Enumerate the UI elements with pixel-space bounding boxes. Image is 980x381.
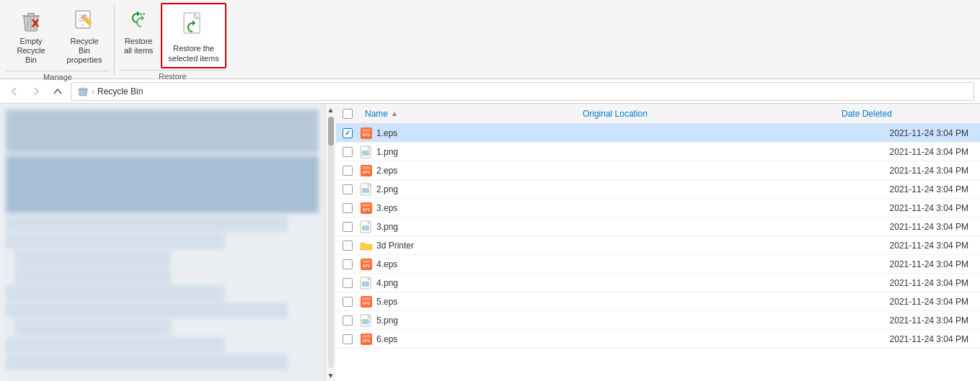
row-checkbox[interactable] bbox=[336, 222, 359, 232]
file-name: 3d Printer bbox=[376, 241, 586, 251]
svg-rect-34 bbox=[362, 260, 371, 263]
svg-rect-22 bbox=[362, 166, 371, 169]
file-icon bbox=[359, 220, 374, 234]
file-list-header: Name ▲ Original Location Date Deleted bbox=[336, 104, 980, 124]
file-date-deleted: 2021-11-24 3:04 PM bbox=[836, 184, 980, 194]
restore-selected-items-button[interactable]: Restore the selected items bbox=[161, 3, 226, 68]
checkbox[interactable] bbox=[343, 241, 353, 251]
header-date-deleted[interactable]: Date Deleted bbox=[836, 106, 980, 122]
empty-recycle-bin-button[interactable]: Empty Recycle Bin bbox=[6, 3, 56, 69]
table-row[interactable]: 2.png2021-11-24 3:04 PM bbox=[336, 180, 980, 199]
file-icon: EPS bbox=[359, 332, 374, 346]
row-checkbox[interactable] bbox=[336, 184, 359, 194]
checkbox[interactable] bbox=[343, 147, 353, 157]
header-original-location[interactable]: Original Location bbox=[577, 106, 836, 122]
table-row[interactable]: 3d Printer2021-11-24 3:04 PM bbox=[336, 236, 980, 255]
svg-rect-40 bbox=[362, 297, 371, 300]
scrollbar-up[interactable]: ▲ bbox=[325, 104, 337, 115]
restore-selected-items-label: Restore the selected items bbox=[168, 43, 218, 64]
scrollbar-down[interactable]: ▼ bbox=[325, 369, 337, 381]
row-checkbox[interactable] bbox=[336, 259, 359, 269]
file-icon bbox=[359, 276, 374, 290]
file-date-deleted: 2021-11-24 3:04 PM bbox=[836, 241, 980, 251]
row-checkbox[interactable] bbox=[336, 147, 359, 157]
file-icon bbox=[359, 313, 374, 328]
table-row[interactable]: EPS 3.eps2021-11-24 3:04 PM bbox=[336, 199, 980, 218]
checkbox[interactable] bbox=[343, 203, 353, 213]
file-name: 1.png bbox=[376, 147, 586, 157]
checkbox[interactable] bbox=[343, 278, 353, 288]
row-checkbox[interactable] bbox=[336, 315, 359, 326]
restore-selected-items-icon bbox=[177, 7, 211, 42]
row-checkbox[interactable] bbox=[336, 128, 359, 138]
checkbox[interactable] bbox=[343, 259, 353, 269]
file-icon bbox=[359, 182, 374, 197]
file-date-deleted: 2021-11-24 3:04 PM bbox=[836, 315, 980, 326]
file-date-deleted: 2021-11-24 3:04 PM bbox=[836, 222, 980, 232]
file-name: 3.eps bbox=[376, 203, 586, 213]
scrollbar[interactable]: ▲ ▼ bbox=[325, 104, 336, 381]
address-path[interactable]: › Recycle Bin bbox=[71, 82, 974, 101]
table-row[interactable]: EPS 2.eps2021-11-24 3:04 PM bbox=[336, 161, 980, 180]
checkbox[interactable] bbox=[343, 128, 353, 138]
header-sort-arrow-name: ▲ bbox=[391, 109, 398, 117]
address-bar: › Recycle Bin bbox=[0, 79, 980, 104]
checkbox[interactable] bbox=[343, 184, 353, 194]
file-name: 3.png bbox=[376, 222, 586, 232]
row-checkbox[interactable] bbox=[336, 166, 359, 176]
recycle-bin-properties-icon bbox=[70, 6, 99, 35]
checkbox[interactable] bbox=[343, 334, 353, 344]
header-checkbox[interactable] bbox=[343, 109, 353, 119]
row-checkbox[interactable] bbox=[336, 334, 359, 344]
file-icon: EPS bbox=[359, 126, 374, 140]
table-row[interactable]: 1.png2021-11-24 3:04 PM bbox=[336, 143, 980, 161]
address-chevron: › bbox=[92, 86, 94, 97]
svg-point-38 bbox=[363, 282, 365, 284]
svg-rect-46 bbox=[362, 335, 371, 338]
file-icon: EPS bbox=[359, 295, 374, 309]
main-content: ▲ ▼ Name ▲ Original Location Date Delete… bbox=[0, 104, 980, 381]
up-button[interactable] bbox=[49, 83, 66, 100]
scrollbar-track[interactable] bbox=[328, 117, 334, 368]
file-date-deleted: 2021-11-24 3:04 PM bbox=[836, 297, 980, 307]
svg-point-20 bbox=[363, 151, 365, 153]
table-row[interactable]: 5.png2021-11-24 3:04 PM bbox=[336, 311, 980, 330]
row-checkbox[interactable] bbox=[336, 297, 359, 307]
row-checkbox[interactable] bbox=[336, 278, 359, 288]
empty-recycle-bin-icon bbox=[17, 6, 45, 35]
row-checkbox[interactable] bbox=[336, 241, 359, 251]
scrollbar-thumb[interactable] bbox=[328, 117, 334, 145]
table-row[interactable]: EPS 1.eps2021-11-24 3:04 PM bbox=[336, 124, 980, 143]
svg-text:EPS: EPS bbox=[363, 301, 371, 305]
file-name: 4.eps bbox=[376, 259, 586, 269]
checkbox[interactable] bbox=[343, 166, 353, 176]
checkbox[interactable] bbox=[343, 297, 353, 307]
back-button[interactable] bbox=[6, 83, 23, 100]
left-panel bbox=[0, 104, 325, 381]
ribbon-group-manage-content: Empty Recycle Bin bbox=[6, 3, 110, 69]
svg-text:EPS: EPS bbox=[363, 264, 371, 268]
table-row[interactable]: 4.png2021-11-24 3:04 PM bbox=[336, 274, 980, 292]
forward-button[interactable] bbox=[27, 83, 45, 100]
file-icon bbox=[359, 238, 374, 253]
checkbox[interactable] bbox=[343, 315, 353, 326]
header-name[interactable]: Name ▲ bbox=[359, 106, 577, 122]
empty-recycle-bin-label: Empty Recycle Bin bbox=[11, 37, 51, 66]
ribbon-group-restore-content: Restore all items Restore the selected i… bbox=[119, 3, 226, 68]
ribbon-group-restore: Restore all items Restore the selected i… bbox=[119, 3, 226, 82]
table-row[interactable]: EPS 5.eps2021-11-24 3:04 PM bbox=[336, 292, 980, 311]
svg-text:EPS: EPS bbox=[363, 207, 371, 212]
checkbox[interactable] bbox=[343, 222, 353, 232]
file-date-deleted: 2021-11-24 3:04 PM bbox=[836, 203, 980, 213]
table-row[interactable]: EPS 4.eps2021-11-24 3:04 PM bbox=[336, 255, 980, 274]
recycle-bin-properties-label: Recycle Bin properties bbox=[64, 37, 105, 66]
recycle-bin-properties-button[interactable]: Recycle Bin properties bbox=[59, 3, 110, 69]
file-name: 2.png bbox=[376, 184, 586, 194]
file-name: 1.eps bbox=[376, 128, 586, 138]
table-row[interactable]: EPS 6.eps2021-11-24 3:04 PM bbox=[336, 330, 980, 349]
header-checkbox-col bbox=[336, 106, 359, 122]
ribbon-group-manage-label: Manage bbox=[6, 71, 110, 83]
row-checkbox[interactable] bbox=[336, 203, 359, 213]
restore-all-items-button[interactable]: Restore all items bbox=[119, 3, 158, 59]
table-row[interactable]: 3.png2021-11-24 3:04 PM bbox=[336, 218, 980, 236]
